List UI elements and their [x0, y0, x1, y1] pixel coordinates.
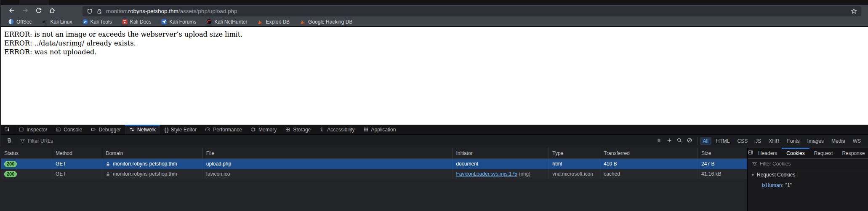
tab-network[interactable]: Network: [125, 125, 160, 134]
bookmarks-toolbar: OffSec Kali Linux Kali Tools Kali Docs K…: [1, 17, 868, 27]
error-text-block: ERROR: is not an image or exceeds the we…: [1, 27, 868, 59]
bookmark-exploit-db[interactable]: Exploit-DB: [257, 19, 290, 25]
tab-debugger[interactable]: Debugger: [86, 125, 125, 134]
type-filter-html[interactable]: HTML: [713, 137, 733, 145]
status-badge: 200: [4, 161, 17, 167]
details-tab-headers[interactable]: Headers: [754, 148, 782, 158]
tab-inspector[interactable]: Inspector: [14, 125, 51, 134]
details-pane-toggle-button[interactable]: [748, 148, 754, 158]
tab-label: Style Editor: [171, 127, 197, 133]
kali-nethunter-favicon: [206, 19, 212, 24]
tab-label: Console: [64, 127, 82, 133]
browser-window: monitorr.robyns-petshop.thm/assets/php/u…: [0, 0, 868, 211]
tracking-protection-shield-icon[interactable]: [87, 8, 93, 14]
search-icon: [676, 137, 682, 144]
error-line: ERROR: was not uploaded.: [4, 48, 865, 56]
details-tab-cookies[interactable]: Cookies: [782, 148, 809, 158]
type-filter-media[interactable]: Media: [828, 137, 848, 145]
bookmark-kali-nethunter[interactable]: Kali NetHunter: [206, 19, 247, 25]
column-header-method[interactable]: Method: [52, 148, 102, 158]
tab-style-editor[interactable]: { } Style Editor: [160, 125, 201, 134]
request-cookies-section-header[interactable]: ▾ Request Cookies: [748, 169, 868, 180]
details-tab-request[interactable]: Request: [809, 148, 838, 158]
domain-cell: monitorr.robyns-petshop.thm: [102, 169, 203, 179]
type-filter-fonts[interactable]: Fonts: [784, 137, 803, 145]
size-cell: 247 B: [698, 159, 747, 169]
column-header-domain[interactable]: Domain: [102, 148, 203, 158]
tab-label: Request: [814, 150, 833, 156]
tab-storage[interactable]: Storage: [281, 125, 315, 134]
type-filter-images[interactable]: Images: [804, 137, 827, 145]
pick-element-button[interactable]: [1, 125, 14, 134]
forward-button[interactable]: [19, 6, 32, 17]
bookmark-kali-linux[interactable]: Kali Linux: [42, 19, 72, 25]
clear-requests-button[interactable]: [4, 136, 14, 146]
debugger-icon: [91, 127, 96, 132]
url-subdomain: monitorr.: [106, 8, 128, 14]
bookmark-google-hacking-db[interactable]: Google Hacking DB: [300, 19, 352, 25]
memory-icon: [250, 127, 256, 132]
status-cell: 200: [1, 159, 52, 169]
lock-icon: [106, 172, 110, 176]
bookmark-kali-forums[interactable]: Kali Forums: [161, 19, 196, 25]
inspector-icon: [19, 127, 24, 132]
plus-icon: [666, 137, 672, 144]
pause-recording-button[interactable]: [654, 136, 664, 146]
network-icon: [129, 127, 135, 132]
bookmark-star-button[interactable]: [851, 8, 857, 14]
initiator-extra: (img): [519, 171, 530, 177]
table-row[interactable]: 200 GET monitorr.robyns-petshop.thm uplo…: [1, 159, 747, 169]
cookie-entry[interactable]: isHuman:"1": [748, 180, 868, 188]
bookmark-kali-tools[interactable]: Kali Tools: [83, 19, 112, 25]
column-header-file[interactable]: File: [203, 148, 453, 158]
tab-console[interactable]: Console: [51, 125, 86, 134]
details-tab-response[interactable]: Response: [837, 148, 868, 158]
tab-application[interactable]: Application: [359, 125, 400, 134]
tab-label: Cookies: [786, 150, 804, 156]
type-filter-ws[interactable]: WS: [850, 137, 864, 145]
bookmark-offsec[interactable]: OffSec: [8, 19, 32, 25]
bookmark-label: Kali Docs: [130, 19, 152, 25]
tab-accessibility[interactable]: Accessibility: [315, 125, 359, 134]
type-filter-css[interactable]: CSS: [735, 137, 751, 145]
search-requests-button[interactable]: [674, 136, 684, 146]
column-header-transferred[interactable]: Transferred: [600, 148, 698, 158]
kali-tools-favicon: [83, 19, 88, 24]
navigation-toolbar: monitorr.robyns-petshop.thm/assets/php/u…: [1, 5, 868, 17]
type-cell: html: [549, 159, 600, 169]
type-filter-js[interactable]: JS: [752, 137, 764, 145]
tab-label: Performance: [213, 127, 242, 133]
status-cell: 200: [1, 169, 52, 179]
block-requests-button[interactable]: [684, 136, 695, 146]
type-filter-all[interactable]: All: [700, 137, 711, 145]
tab-label: Inspector: [27, 127, 47, 133]
filter-cookies-input[interactable]: [760, 161, 823, 167]
column-header-size[interactable]: Size: [698, 148, 747, 158]
back-button[interactable]: [5, 6, 19, 17]
details-tabbar: Headers Cookies Request Response: [748, 148, 868, 159]
filter-urls-input[interactable]: [28, 138, 91, 144]
lock-warning-icon[interactable]: [96, 8, 102, 14]
type-filter-xhr[interactable]: XHR: [766, 137, 782, 145]
type-cell: vnd.microsoft.icon: [549, 169, 600, 179]
back-icon: [8, 7, 15, 16]
status-badge: 200: [4, 171, 17, 177]
column-header-initiator[interactable]: Initiator: [453, 148, 549, 158]
bookmark-kali-docs[interactable]: Kali Docs: [122, 19, 152, 25]
table-row[interactable]: 200 GET monitorr.robyns-petshop.thm favi…: [1, 169, 747, 179]
reload-button[interactable]: [32, 6, 45, 17]
tab-performance[interactable]: Performance: [201, 125, 246, 134]
browser-tab-edge: [19, 0, 49, 5]
devtools-tabbar: Inspector Console Debugger Network { } S…: [1, 125, 868, 135]
new-request-button[interactable]: [664, 136, 674, 146]
toolbar-separator: [697, 137, 698, 145]
url-bar[interactable]: monitorr.robyns-petshop.thm/assets/php/u…: [83, 6, 861, 16]
column-header-type[interactable]: Type: [549, 148, 600, 158]
initiator-link[interactable]: FaviconLoader.sys.mjs:175: [456, 171, 517, 177]
column-header-status[interactable]: Status: [1, 148, 52, 158]
tab-memory[interactable]: Memory: [246, 125, 281, 134]
method-cell: GET: [52, 169, 102, 179]
exploit-db-favicon: [257, 19, 263, 24]
accessibility-icon: [319, 127, 325, 132]
home-button[interactable]: [45, 6, 59, 17]
